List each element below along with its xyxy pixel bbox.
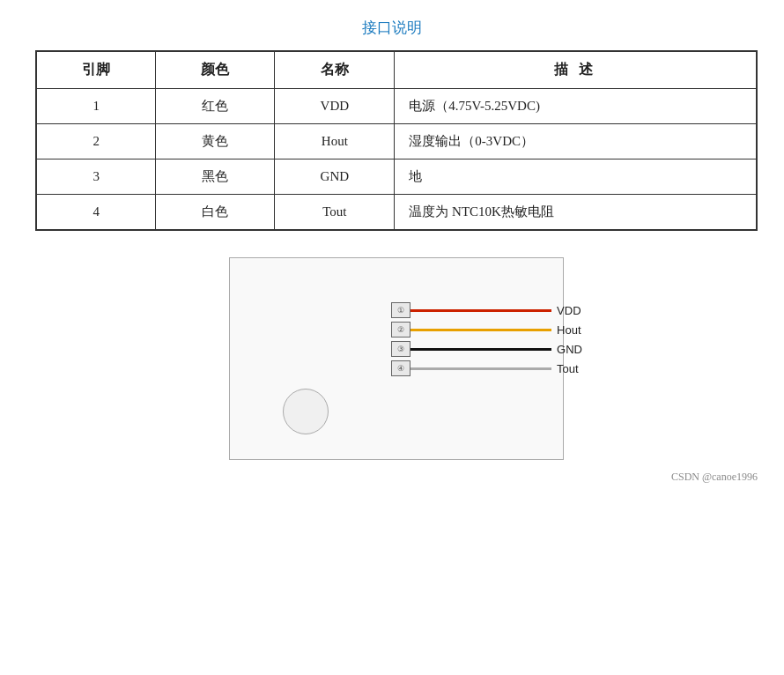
connector-pin-1: ②Hout xyxy=(391,322,582,338)
diagram-section: ①VDD②Hout③GND④Tout xyxy=(35,257,758,460)
pin-block-0: ① xyxy=(391,302,410,318)
cell-color-0: 红色 xyxy=(156,89,275,124)
watermark: CSDN @canoe1996 xyxy=(35,471,758,484)
cell-desc-1: 湿度输出（0-3VDC） xyxy=(395,124,757,159)
pin-block-1: ② xyxy=(391,322,410,338)
pin-label-0: VDD xyxy=(557,304,581,317)
col-header-color: 颜色 xyxy=(156,51,275,89)
cell-desc-2: 地 xyxy=(395,159,757,195)
cell-color-3: 白色 xyxy=(156,195,275,231)
pin-block-2: ③ xyxy=(391,341,410,357)
sensor-box: ①VDD②Hout③GND④Tout xyxy=(229,257,564,460)
connector-pin-0: ①VDD xyxy=(391,302,582,318)
table-row: 1红色VDD电源（4.75V-5.25VDC) xyxy=(36,89,757,124)
cell-name-3: Tout xyxy=(275,195,395,231)
cell-pin-3: 4 xyxy=(36,195,156,231)
pin-block-3: ④ xyxy=(391,360,410,376)
pin-wire-2 xyxy=(410,348,551,351)
cell-pin-1: 2 xyxy=(36,124,156,159)
interface-table: 引脚 颜色 名称 描 述 1红色VDD电源（4.75V-5.25VDC)2黄色H… xyxy=(35,50,758,231)
pin-wire-1 xyxy=(410,329,551,331)
col-header-pin: 引脚 xyxy=(36,51,156,89)
pin-label-3: Tout xyxy=(557,362,579,375)
cell-pin-0: 1 xyxy=(36,89,156,124)
cell-color-2: 黑色 xyxy=(156,159,275,195)
table-row: 3黑色GND地 xyxy=(36,159,757,195)
pin-label-2: GND xyxy=(557,343,582,356)
cell-desc-3: 温度为 NTC10K热敏电阻 xyxy=(395,195,757,231)
cell-name-2: GND xyxy=(275,159,395,195)
col-header-name: 名称 xyxy=(275,51,395,89)
connector-pin-2: ③GND xyxy=(391,341,582,357)
pin-wire-0 xyxy=(410,309,551,312)
pin-label-1: Hout xyxy=(557,323,581,337)
pin-wire-3 xyxy=(410,367,551,370)
connector-area: ①VDD②Hout③GND④Tout xyxy=(391,302,582,376)
cell-color-1: 黄色 xyxy=(156,124,275,159)
cell-name-1: Hout xyxy=(275,124,395,159)
page-title: 接口说明 xyxy=(35,18,749,38)
cell-pin-2: 3 xyxy=(36,159,156,195)
cell-desc-0: 电源（4.75V-5.25VDC) xyxy=(395,89,757,124)
table-row: 2黄色Hout湿度输出（0-3VDC） xyxy=(36,124,757,159)
cell-name-0: VDD xyxy=(275,89,395,124)
table-row: 4白色Tout温度为 NTC10K热敏电阻 xyxy=(36,195,757,231)
sensor-circle xyxy=(283,389,329,434)
col-header-desc: 描 述 xyxy=(395,51,757,89)
connector-pin-3: ④Tout xyxy=(391,360,582,376)
